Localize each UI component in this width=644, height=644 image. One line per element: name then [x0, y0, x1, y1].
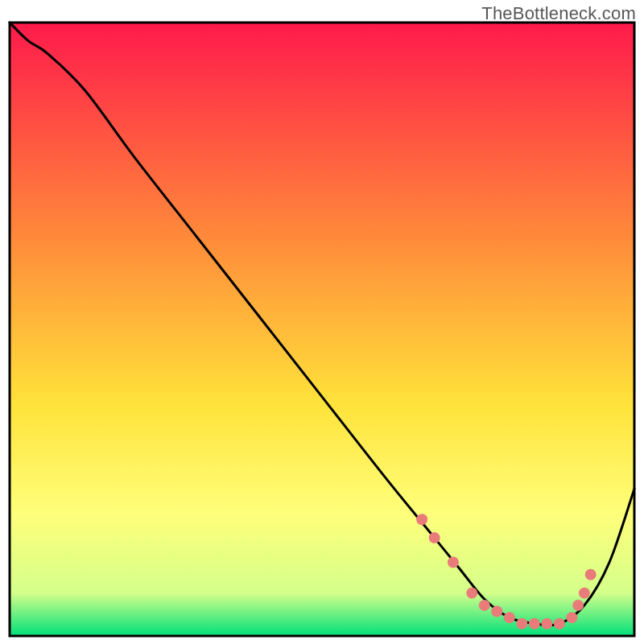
data-marker — [554, 618, 565, 630]
data-marker — [579, 588, 590, 599]
data-marker — [529, 618, 540, 630]
data-marker — [479, 600, 490, 611]
bottleneck-chart — [0, 0, 644, 644]
data-marker — [491, 606, 502, 617]
data-marker — [541, 618, 552, 630]
data-marker — [416, 514, 427, 525]
data-marker — [585, 569, 597, 580]
data-marker — [572, 600, 584, 611]
chart-stage: TheBottleneck.com — [0, 0, 644, 644]
data-marker — [566, 612, 577, 623]
data-marker — [504, 612, 515, 623]
data-marker — [448, 557, 459, 568]
data-marker — [429, 532, 440, 543]
data-marker — [516, 618, 527, 630]
data-marker — [466, 588, 477, 599]
